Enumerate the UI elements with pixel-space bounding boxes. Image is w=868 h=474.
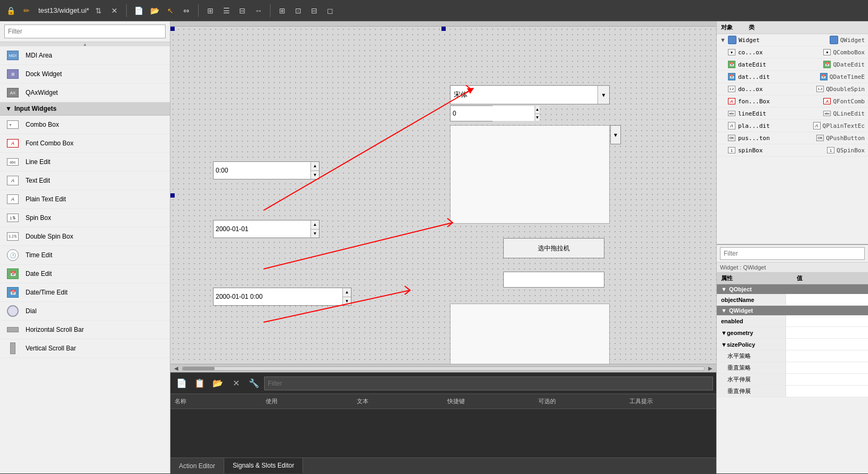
prop-sizepolicy-value[interactable] [786, 339, 868, 350]
prop-hpolicy-value[interactable] [786, 350, 868, 362]
sidebar-item-datetime-edit[interactable]: 📅 Date/Time Edit [0, 283, 170, 302]
datetime-up[interactable]: ▲ [343, 288, 351, 297]
obj-row-dateedit[interactable]: 📅 dateEdit 📅 QDateEdit [717, 59, 868, 71]
obj-row-doublespinbox[interactable]: 1.2 do...ox 1.2 QDoubleSpin [717, 83, 868, 95]
hscroll-track[interactable] [182, 366, 705, 371]
layout-hb-icon[interactable]: ⊟ [236, 4, 249, 17]
obj-row-lineedit[interactable]: abc lineEdit abc QLineEdit [717, 108, 868, 120]
sidebar-item-dial[interactable]: Dial [0, 302, 170, 321]
font-combo-dropdown-btn[interactable]: ▼ [597, 86, 609, 104]
sidebar-item-time-edit[interactable]: 🕐 Time Edit [0, 246, 170, 265]
time-input[interactable] [214, 162, 310, 179]
sidebar-item-text-edit[interactable]: A Text Edit [0, 171, 170, 190]
sidebar-item-qaxwidget[interactable]: AX QAxWidget [0, 84, 170, 102]
canvas-area[interactable]: 宋体 ▼ ▲ ▼ ▲ [170, 27, 716, 364]
obj-row-datetimeedit[interactable]: 📅 dat...dit 📅 QDateTimeE [717, 71, 868, 83]
spin-down-1[interactable]: ▼ [535, 114, 539, 121]
sidebar-item-line-edit[interactable]: abc Line Edit [0, 153, 170, 171]
action-filter-input[interactable] [264, 377, 713, 390]
canvas-datetime-edit[interactable]: ▲ ▼ [213, 288, 351, 306]
prop-hpolicy[interactable]: 水平策略 [717, 350, 868, 362]
canvas-button[interactable]: 选中拖拉机 [503, 238, 604, 258]
canvas-scrollbar-top[interactable] [170, 21, 716, 27]
obj-row-fontcombo[interactable]: A fon...Box A QFontComb [717, 95, 868, 108]
prop-vstretch[interactable]: 垂直伸展 [717, 386, 868, 397]
canvas-spin-1[interactable]: ▲ ▼ [450, 105, 493, 121]
spin-up-1[interactable]: ▲ [535, 106, 539, 114]
obj-row-pushbutton[interactable]: OK pus...ton OK QPushButton [717, 132, 868, 144]
sidebar-item-dock-widget[interactable]: ⊞ Dock Widget [0, 65, 170, 84]
date-up[interactable]: ▲ [311, 220, 319, 230]
obj-row-widget[interactable]: ▼ Widget QWidget [717, 34, 868, 46]
prop-geometry[interactable]: ▼ geometry [717, 327, 868, 339]
new-action-menu-btn[interactable]: 📋 [192, 375, 208, 391]
date-input[interactable] [214, 220, 310, 238]
layout-h-icon[interactable]: ⊞ [204, 4, 217, 17]
sidebar-item-vscroll[interactable]: Vertical Scroll Bar [0, 339, 170, 358]
tab-action-editor[interactable]: Action Editor [170, 458, 224, 473]
hscroll-left[interactable]: ◀ [173, 365, 180, 371]
prop-enabled[interactable]: enabled [717, 315, 868, 327]
layout-v-icon[interactable]: ☰ [220, 4, 233, 17]
prop-enabled-label: enabled [717, 315, 786, 326]
sidebar-item-double-spin-box[interactable]: 1.2⇅ Double Spin Box [0, 227, 170, 246]
prop-sizepolicy[interactable]: ▼ sizePolicy [717, 339, 868, 350]
adjust-icon[interactable]: ◻ [324, 4, 337, 17]
edit-btn[interactable]: 🔧 [246, 375, 262, 391]
grid3-icon[interactable]: ⊟ [308, 4, 321, 17]
canvas-hscrollbar[interactable]: ◀ ▶ [170, 364, 716, 372]
prop-hstretch-value[interactable] [786, 374, 868, 385]
time-up[interactable]: ▲ [311, 162, 319, 171]
canvas-plain-text[interactable] [450, 304, 610, 364]
canvas-font-combo[interactable]: 宋体 ▼ [450, 85, 610, 104]
prop-geometry-value[interactable] [786, 327, 868, 338]
date-down[interactable]: ▼ [311, 230, 319, 238]
obj-row-combobox[interactable]: ▼ co...ox ▼ QComboBox [717, 46, 868, 59]
time-down[interactable]: ▼ [311, 171, 319, 179]
delete-btn[interactable]: ✕ [228, 375, 244, 391]
sidebar-item-plain-text-edit[interactable]: A Plain Text Edit [0, 190, 170, 209]
grid1-icon[interactable]: ⊞ [276, 4, 289, 17]
prop-vpolicy-value[interactable] [786, 362, 868, 373]
obj-row-spinbox[interactable]: 1 spinBox 1 QSpinBox [717, 144, 868, 157]
prop-objectname-label: objectName [717, 294, 786, 305]
new-file-icon[interactable]: 📄 [132, 4, 145, 17]
close-icon[interactable]: ✕ [108, 4, 121, 17]
handle-top-center[interactable] [441, 27, 446, 31]
sidebar-item-mdi-area[interactable]: MDI MDI Area [0, 46, 170, 65]
canvas-text-area[interactable] [450, 125, 610, 224]
prop-objectname[interactable]: objectName [717, 294, 868, 306]
datetime-input[interactable] [214, 288, 342, 305]
sidebar-item-combo-box[interactable]: ▼ Combo Box [0, 116, 170, 134]
prop-enabled-value[interactable] [786, 315, 868, 326]
new-action-btn[interactable]: 📄 [174, 375, 190, 391]
prop-vpolicy[interactable]: 垂直策略 [717, 362, 868, 374]
import-btn[interactable]: 📂 [210, 375, 226, 391]
prop-objectname-value[interactable] [786, 294, 868, 305]
handle-mid-left[interactable] [170, 193, 175, 198]
sidebar-item-date-edit[interactable]: 📅 Date Edit [0, 265, 170, 283]
canvas-time-edit[interactable]: ▲ ▼ [213, 161, 320, 179]
properties-filter-input[interactable] [720, 247, 865, 260]
filter-input[interactable] [4, 24, 166, 38]
open-file-icon[interactable]: 📂 [148, 4, 161, 17]
sidebar-item-hscroll[interactable]: Horizontal Scroll Bar [0, 321, 170, 339]
handle-top-left[interactable] [170, 27, 175, 31]
prop-vstretch-value[interactable] [786, 386, 868, 397]
grid2-icon[interactable]: ⊡ [292, 4, 305, 17]
obj-row-plaintextedit[interactable]: A pla...dit A QPlainTextEc [717, 120, 868, 132]
pointer-icon[interactable]: ↖ [164, 4, 177, 17]
sidebar-item-spin-box[interactable]: 1⇅ Spin Box [0, 209, 170, 227]
canvas-date-edit[interactable]: ▲ ▼ [213, 220, 320, 238]
spin-input-1[interactable] [451, 106, 535, 121]
tab-signals-slots[interactable]: Signals & Slots Editor [224, 458, 303, 473]
canvas-line-edit[interactable] [503, 272, 604, 288]
datetime-down[interactable]: ▼ [343, 297, 351, 306]
sidebar-item-label: QAxWidget [26, 89, 58, 96]
hscroll-right[interactable]: ▶ [707, 365, 714, 371]
sidebar-item-font-combo-box[interactable]: A Font Combo Box [0, 134, 170, 153]
layout-vb-icon[interactable]: ↔ [252, 4, 265, 17]
stretch-icon[interactable]: ⇔ [180, 4, 193, 17]
prop-hstretch[interactable]: 水平伸展 [717, 374, 868, 386]
arrow-updown-icon[interactable]: ⇅ [92, 4, 105, 17]
